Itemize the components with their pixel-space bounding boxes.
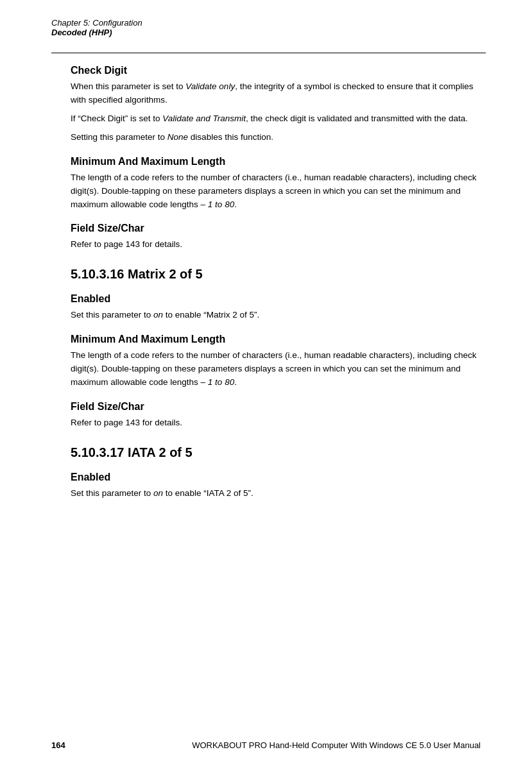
enabled-1-title: Enabled [71,293,486,305]
check-digit-para-3: Setting this parameter to None disables … [71,131,486,144]
enabled-2-para: Set this parameter to on to enable “IATA… [71,487,486,500]
page: Chapter 5: Configuration Decoded (HHP) C… [0,0,532,768]
enabled-1-para: Set this parameter to on to enable “Matr… [71,309,486,322]
header-divider [51,53,486,53]
enabled-2-section: Enabled Set this parameter to on to enab… [71,472,486,500]
footer-page-number: 164 [51,740,65,750]
field-size-char-2-section: Field Size/Char Refer to page 143 for de… [71,401,486,430]
footer-title: WORKABOUT PRO Hand-Held Computer With Wi… [192,740,481,750]
field-size-char-1-title: Field Size/Char [71,223,486,234]
matrix-2-of-5-title: 5.10.3.16 Matrix 2 of 5 [71,267,486,282]
iata-2-of-5-title: 5.10.3.17 IATA 2 of 5 [71,445,486,460]
min-max-length-2-section: Minimum And Maximum Length The length of… [71,334,486,389]
matrix-2-of-5-section: 5.10.3.16 Matrix 2 of 5 Enabled Set this… [71,267,486,430]
min-max-length-1-title: Minimum And Maximum Length [71,156,486,167]
min-max-length-1-para: The length of a code refers to the numbe… [71,171,486,212]
min-max-length-2-title: Minimum And Maximum Length [71,334,486,345]
field-size-char-1-section: Field Size/Char Refer to page 143 for de… [71,223,486,252]
check-digit-para-1: When this parameter is set to Validate o… [71,80,486,107]
iata-2-of-5-section: 5.10.3.17 IATA 2 of 5 Enabled Set this p… [71,445,486,500]
page-header: Chapter 5: Configuration Decoded (HHP) [51,18,486,37]
min-max-length-2-para: The length of a code refers to the numbe… [71,349,486,389]
check-digit-title: Check Digit [71,65,486,76]
header-section: Decoded (HHP) [51,28,142,37]
enabled-1-section: Enabled Set this parameter to on to enab… [71,293,486,322]
main-content: Check Digit When this parameter is set t… [51,65,486,500]
field-size-char-2-para: Refer to page 143 for details. [71,416,486,430]
check-digit-section: Check Digit When this parameter is set t… [71,65,486,144]
check-digit-para-2: If “Check Digit” is set to Validate and … [71,112,486,126]
header-chapter: Chapter 5: Configuration [51,18,142,28]
enabled-2-title: Enabled [71,472,486,483]
page-footer: 164 WORKABOUT PRO Hand-Held Computer Wit… [0,740,532,750]
field-size-char-2-title: Field Size/Char [71,401,486,413]
min-max-length-1-section: Minimum And Maximum Length The length of… [71,156,486,212]
field-size-char-1-para: Refer to page 143 for details. [71,238,486,252]
header-left: Chapter 5: Configuration Decoded (HHP) [51,18,142,37]
